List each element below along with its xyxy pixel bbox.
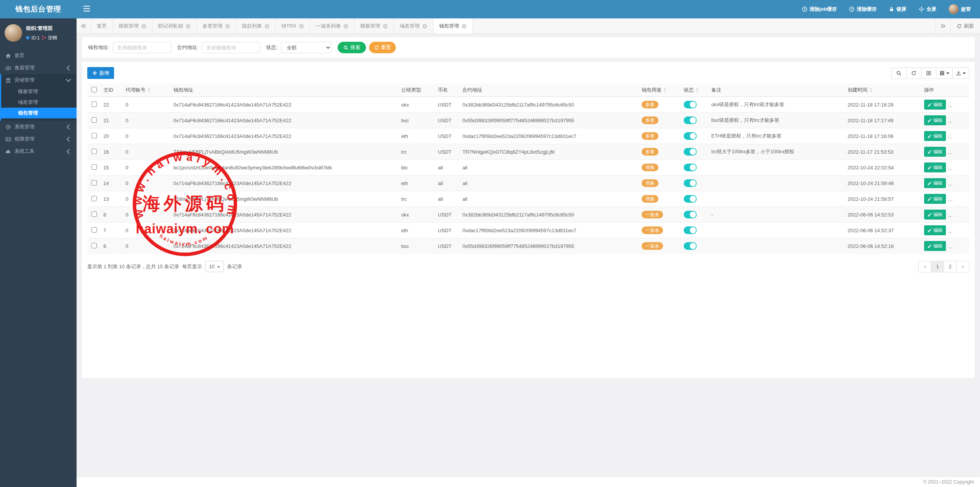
- refresh-tab-button[interactable]: 刷新: [950, 18, 980, 34]
- sidebar-menu: 首页鱼苗管理营销管理模板管理域名管理钱包管理系统管理权限管理系统工具: [0, 49, 77, 157]
- pager-prev-button[interactable]: ‹: [918, 261, 931, 272]
- edit-button[interactable]: 编辑: [924, 162, 946, 172]
- edit-label: 编辑: [933, 164, 942, 171]
- row-checkbox[interactable]: [91, 117, 97, 123]
- sidebar-item-system-tools[interactable]: 系统工具: [0, 145, 77, 157]
- sidebar-item-permission-management[interactable]: 权限管理: [0, 133, 77, 145]
- avatar[interactable]: [5, 24, 22, 42]
- sidebar-item-system-management[interactable]: 系统管理: [0, 121, 77, 133]
- pager-page-2[interactable]: 2: [944, 261, 957, 272]
- status-toggle[interactable]: [684, 226, 697, 234]
- nav-fullscreen[interactable]: 全屏: [919, 6, 936, 13]
- sidebar-item-home[interactable]: 首页: [0, 49, 77, 62]
- tab-label: 首页: [97, 23, 107, 30]
- nav-lock-screen[interactable]: 锁屏: [889, 6, 906, 13]
- tab-close-icon[interactable]: [265, 24, 270, 29]
- reset-button[interactable]: 重置: [369, 42, 396, 53]
- nav-user-menu[interactable]: 超管: [949, 4, 971, 14]
- add-button[interactable]: 新增: [87, 67, 114, 79]
- tab-close-icon[interactable]: [343, 24, 348, 29]
- sidebar-toggle-button[interactable]: [77, 6, 97, 13]
- row-checkbox[interactable]: [91, 212, 97, 217]
- contract-address-input[interactable]: [202, 42, 260, 53]
- refresh-icon: [911, 71, 916, 76]
- tabs-scroll-right-button[interactable]: [936, 18, 950, 34]
- tab-mnemonic-key[interactable]: 助记词私钥: [152, 18, 197, 34]
- column-header-agent[interactable]: 代理账号: [123, 84, 171, 97]
- column-label: 币名: [438, 87, 448, 93]
- tab-templates[interactable]: 模板管理: [354, 18, 394, 34]
- edit-button[interactable]: 编辑: [924, 241, 946, 251]
- page-size-dropdown[interactable]: 10: [205, 261, 224, 272]
- row-checkbox[interactable]: [91, 243, 97, 248]
- tab-multisig[interactable]: 多签管理: [197, 18, 236, 34]
- edit-button[interactable]: 编辑: [924, 210, 946, 220]
- nav-clear-job-cache[interactable]: ?清除job缓存: [802, 6, 837, 13]
- tab-withdrawals[interactable]: 提款列表: [236, 18, 276, 34]
- tab-close-icon[interactable]: [462, 24, 467, 29]
- cell-usage: 多签: [639, 97, 681, 113]
- tab-close-icon[interactable]: [299, 24, 304, 29]
- edit-button[interactable]: 编辑: [924, 194, 946, 204]
- row-checkbox[interactable]: [91, 180, 97, 185]
- edit-button[interactable]: 编辑: [924, 115, 946, 125]
- tab-yibosha-list[interactable]: 一波杀列表: [310, 18, 354, 34]
- status-toggle[interactable]: [684, 242, 697, 250]
- pager-page-1[interactable]: 1: [931, 261, 944, 272]
- tab-close-icon[interactable]: [225, 24, 230, 29]
- tab-authorization[interactable]: 授权管理: [113, 18, 152, 34]
- status-toggle[interactable]: [684, 164, 697, 171]
- tool-detail-button[interactable]: [921, 67, 936, 79]
- row-checkbox[interactable]: [91, 102, 97, 107]
- row-checkbox[interactable]: [91, 164, 97, 170]
- column-header-status[interactable]: 状态: [681, 84, 709, 97]
- tool-search-button[interactable]: [891, 67, 906, 79]
- tabs-scroll-left-button[interactable]: [77, 18, 91, 34]
- tab-close-icon[interactable]: [422, 24, 427, 29]
- sidebar-item-template-management[interactable]: 模板管理: [1, 86, 77, 97]
- row-checkbox[interactable]: [91, 133, 97, 138]
- sidebar-item-marketing-management[interactable]: 营销管理: [1, 74, 77, 86]
- row-checkbox[interactable]: [91, 149, 97, 154]
- edit-button[interactable]: 编辑: [924, 178, 946, 188]
- status-toggle[interactable]: [684, 179, 697, 187]
- wallet-address-input[interactable]: [113, 42, 171, 53]
- sidebar-item-wallet-management[interactable]: 钱包管理: [1, 108, 77, 118]
- tab-wallets[interactable]: 钱包管理: [433, 18, 473, 34]
- column-header-usage[interactable]: 钱包用途: [639, 84, 681, 97]
- edit-button[interactable]: 编辑: [924, 131, 946, 141]
- tab-domains[interactable]: 域名管理: [394, 18, 433, 34]
- cell-contract: 0x55d398326f99059ff775485246999027b31979…: [460, 113, 639, 128]
- tab-home[interactable]: 首页: [91, 18, 113, 34]
- nav-clear-cache[interactable]: ?清除缓存: [849, 6, 877, 13]
- tab-transfer-trx[interactable]: 转TRX: [276, 18, 310, 34]
- status-toggle[interactable]: [684, 148, 697, 156]
- delete-label: 删除: [957, 180, 966, 187]
- select-all-checkbox[interactable]: [91, 87, 97, 92]
- status-toggle[interactable]: [684, 116, 697, 124]
- column-header-created[interactable]: 创建时间: [845, 84, 922, 97]
- tool-download-button[interactable]: [952, 67, 969, 79]
- edit-button[interactable]: 编辑: [924, 225, 946, 235]
- edit-button[interactable]: 编辑: [924, 147, 946, 157]
- tab-close-icon[interactable]: [141, 24, 146, 29]
- logout-button[interactable]: 注销: [42, 34, 57, 41]
- status-select[interactable]: 全部: [281, 42, 332, 53]
- status-toggle[interactable]: [684, 101, 697, 108]
- tool-refresh-button[interactable]: [906, 67, 921, 79]
- status-toggle[interactable]: [684, 195, 697, 203]
- sidebar-item-fry-management[interactable]: 鱼苗管理: [0, 62, 77, 74]
- tab-close-icon[interactable]: [186, 24, 191, 29]
- sidebar-item-label: 系统工具: [15, 148, 34, 155]
- tab-close-icon[interactable]: [383, 24, 388, 29]
- search-button[interactable]: 搜索: [338, 42, 366, 53]
- status-toggle[interactable]: [684, 211, 697, 218]
- status-toggle[interactable]: [684, 132, 697, 140]
- edit-button[interactable]: 编辑: [924, 100, 946, 110]
- pager-next-button[interactable]: ›: [956, 261, 969, 272]
- sidebar-item-domain-management[interactable]: 域名管理: [1, 97, 77, 108]
- row-checkbox[interactable]: [91, 196, 97, 201]
- row-checkbox[interactable]: [91, 227, 97, 233]
- table-footer: 显示第 1 到第 10 条记录，总共 15 条记录 每页显示 10 条记录 ‹1…: [87, 261, 969, 272]
- tool-columns-button[interactable]: [936, 67, 953, 79]
